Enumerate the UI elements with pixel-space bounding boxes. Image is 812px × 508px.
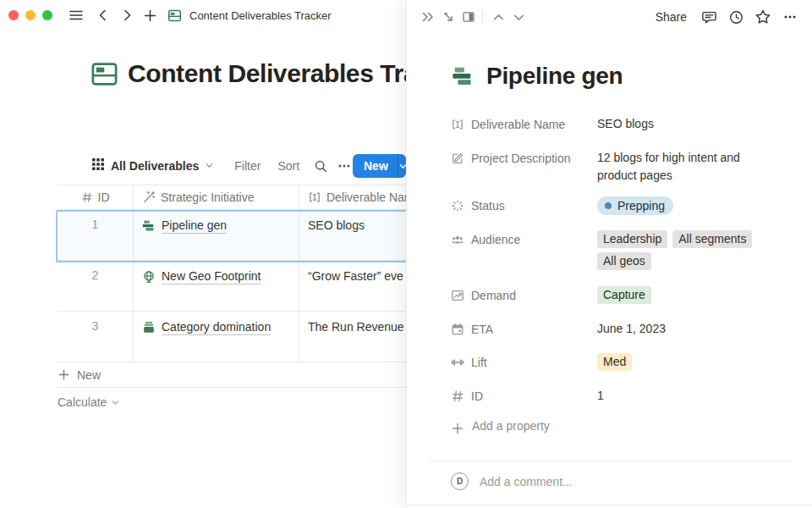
property-row-lift: Lift Med [451, 353, 789, 372]
property-value[interactable]: Prepping [597, 196, 766, 215]
audience-tag[interactable]: All geos [597, 252, 651, 270]
new-tab-icon[interactable] [140, 5, 160, 25]
audience-tag[interactable]: Leadership [597, 230, 667, 248]
history-clock-icon[interactable] [726, 7, 746, 27]
sort-button[interactable]: Sort [277, 159, 299, 173]
peek-panel: Share Pipeline gen [406, 0, 812, 508]
property-value[interactable]: Leadership All segments All geos [597, 230, 766, 270]
calendar-icon [451, 323, 464, 336]
property-row-eta: ETA June 1, 2023 [451, 320, 789, 339]
panel-bottom-divider [407, 505, 812, 505]
plus-icon [58, 368, 70, 381]
property-label[interactable]: Lift [451, 353, 593, 372]
chevron-down-icon [111, 398, 120, 407]
property-label[interactable]: Demand [451, 286, 593, 305]
table-view-grid-icon [91, 157, 105, 174]
add-property-button[interactable]: Add a property [451, 419, 789, 435]
close-window-button[interactable] [8, 10, 19, 20]
property-label[interactable]: Project Description [451, 149, 593, 168]
view-name: All Deliverables [111, 159, 199, 173]
comment-divider [428, 461, 792, 461]
previous-record-icon[interactable] [488, 7, 508, 27]
new-record-button[interactable]: New [353, 154, 398, 178]
column-header-id[interactable]: ID [58, 185, 134, 209]
audience-tag[interactable]: All segments [672, 230, 752, 248]
property-value[interactable]: Med [597, 353, 766, 371]
app-window: Content Deliverables Tracker Content Del… [0, 0, 812, 508]
wand-icon [142, 190, 156, 204]
share-button[interactable]: Share [656, 10, 687, 24]
more-options-icon[interactable] [780, 7, 800, 27]
property-label[interactable]: ID [451, 387, 593, 406]
minimize-window-button[interactable] [25, 10, 36, 20]
status-tag[interactable]: Prepping [597, 196, 673, 215]
hash-icon [81, 191, 93, 203]
column-header-strategic-initiative[interactable]: Strategic Initiative [134, 185, 299, 209]
property-row-status: Status Prepping [451, 196, 789, 215]
window-doc-title: Content Deliverables Tracker [189, 9, 332, 22]
cell-id: 3 [92, 312, 99, 362]
text-icon [451, 118, 464, 131]
peek-page-header: Pipeline gen [452, 63, 623, 90]
avatar: D [451, 472, 469, 490]
new-record-split-button: New [353, 154, 406, 178]
cell-strategic-initiative[interactable]: Category domination [134, 312, 299, 362]
window-controls [8, 10, 52, 20]
chevron-down-icon [205, 158, 214, 174]
expand-page-icon[interactable] [438, 7, 458, 27]
filter-button[interactable]: Filter [234, 159, 261, 173]
page-icon-small [164, 5, 184, 25]
plus-icon [451, 422, 464, 435]
new-record-dropdown[interactable] [398, 154, 406, 178]
demand-tag[interactable]: Capture [597, 286, 651, 304]
text-icon [308, 190, 321, 204]
view-tab-all-deliverables[interactable]: All Deliverables [91, 157, 214, 174]
status-dot [605, 202, 612, 209]
property-value[interactable]: 1 [597, 387, 766, 405]
dumbbell-icon [451, 356, 464, 369]
zoom-window-button[interactable] [42, 10, 52, 20]
forward-button[interactable] [117, 5, 137, 25]
back-button[interactable] [93, 5, 113, 25]
comments-icon[interactable] [699, 7, 719, 27]
property-row-demand: Demand Capture [451, 286, 789, 305]
hash-icon [451, 389, 464, 403]
funnel-bars-icon [142, 219, 156, 233]
status-burst-icon [451, 199, 464, 213]
archive-icon [142, 321, 156, 334]
property-label[interactable]: ETA [451, 320, 593, 339]
property-value[interactable]: Capture [597, 286, 766, 304]
cell-strategic-initiative[interactable]: New Geo Footprint [134, 261, 299, 311]
lift-tag[interactable]: Med [597, 353, 632, 371]
sidebar-menu-icon[interactable] [66, 5, 86, 25]
search-icon[interactable] [313, 156, 329, 176]
globe-icon [142, 270, 156, 284]
favorite-star-icon[interactable] [753, 7, 773, 27]
property-row-id: ID 1 [451, 387, 789, 406]
funnel-bars-icon[interactable] [452, 65, 475, 88]
view-toolbar: All Deliverables Filter Sort New [91, 152, 406, 179]
cell-id: 1 [92, 210, 99, 260]
edit-icon [451, 152, 464, 165]
side-peek-icon[interactable] [458, 7, 479, 27]
property-row-audience: Audience Leadership All segments All geo… [451, 230, 789, 270]
cell-strategic-initiative[interactable]: Pipeline gen [134, 210, 299, 260]
property-value[interactable]: SEO blogs [597, 115, 766, 133]
peek-page-title[interactable]: Pipeline gen [486, 63, 623, 90]
trend-chart-icon [451, 289, 464, 302]
property-label[interactable]: Audience [451, 230, 593, 249]
green-table-icon[interactable] [91, 60, 118, 88]
topbar-divider [482, 10, 483, 24]
property-label[interactable]: Status [451, 196, 593, 215]
add-comment-input[interactable]: Add a comment... [480, 475, 573, 489]
next-record-icon[interactable] [508, 7, 529, 27]
property-value[interactable]: June 1, 2023 [597, 320, 766, 338]
property-value[interactable]: 12 blogs for high intent and product pag… [597, 149, 760, 185]
property-row-deliverable-name: Deliverable Name SEO blogs [451, 115, 789, 134]
ellipsis-icon[interactable] [337, 156, 353, 176]
cell-id: 2 [92, 261, 99, 311]
comment-row: D Add a comment... [451, 472, 573, 490]
property-row-project-description: Project Description 12 blogs for high in… [451, 149, 789, 185]
close-peek-icon[interactable] [418, 7, 438, 27]
property-label[interactable]: Deliverable Name [451, 115, 593, 134]
